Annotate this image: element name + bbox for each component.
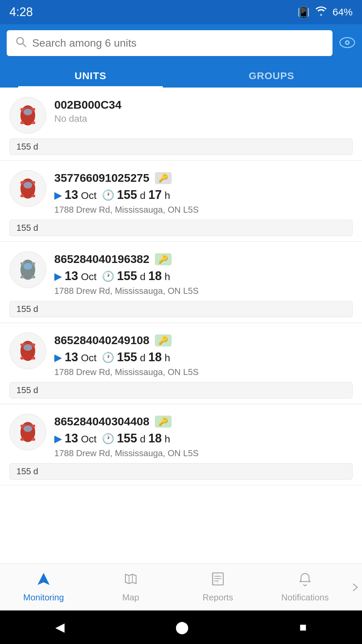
key-badge-green: 🔑 [155,334,172,346]
svg-rect-26 [32,276,35,278]
unit-list: 002B000C34 No data 155 d [0,88,362,564]
svg-point-28 [23,263,32,270]
days-badge: 155 d [9,382,353,398]
list-item[interactable]: 865284040196382 🔑 ▶ 13 Oct 🕐 155 d 18 h [0,242,362,323]
unit-id: 865284040196382 [54,253,149,266]
list-item[interactable]: 865284040249108 🔑 ▶ 13 Oct 🕐 155 d 18 h [0,323,362,404]
tab-units[interactable]: UNITS [0,62,181,88]
wifi-icon [315,6,327,18]
svg-point-4 [346,42,348,44]
unit-date: 13 Oct [65,350,97,364]
clock-icon: 🕐 [102,352,114,363]
svg-rect-42 [32,438,35,441]
unit-id: 865284040304408 [54,415,149,428]
avatar [9,414,46,450]
unit-duration: 155 d 18 h [117,269,170,283]
unit-datetime: ▶ 13 Oct 🕐 155 d 18 h [54,350,353,364]
svg-rect-9 [20,121,24,124]
play-icon: ▶ [54,270,62,282]
unit-address: 1788 Drew Rd, Mississauga, ON L5S [54,448,353,459]
search-icon [15,36,27,51]
unit-address: 1788 Drew Rd, Mississauga, ON L5S [54,286,353,296]
reports-icon [210,572,225,590]
svg-point-12 [23,109,32,115]
unit-datetime: ▶ 13 Oct 🕐 155 d 18 h [54,431,353,445]
svg-rect-10 [32,121,35,124]
svg-line-1 [23,44,26,47]
svg-rect-25 [20,276,24,278]
days-badge: 155 d [9,463,353,480]
unit-info: 357766091025275 🔑 ▶ 13 Oct 🕐 155 d 17 h [54,170,353,215]
unit-address: 1788 Drew Rd, Mississauga, ON L5S [54,367,353,377]
unit-id: 357766091025275 [54,171,149,184]
recents-button[interactable]: ■ [299,620,307,634]
home-button[interactable]: ⬤ [175,620,189,634]
unit-datetime: ▶ 13 Oct 🕐 155 d 18 h [54,269,353,283]
unit-info: 002B000C34 No data [54,97,353,124]
avatar [9,97,46,134]
unit-info: 865284040196382 🔑 ▶ 13 Oct 🕐 155 d 18 h [54,251,353,296]
svg-point-20 [23,182,32,189]
nav-chevron[interactable] [349,564,362,610]
unit-date: 13 Oct [65,431,97,445]
unit-info: 865284040249108 🔑 ▶ 13 Oct 🕐 155 d 18 h [54,332,353,377]
svg-rect-18 [32,195,35,197]
unit-info: 865284040304408 🔑 ▶ 13 Oct 🕐 155 d 18 h [54,414,353,459]
status-bar: 4:28 📳 64% [0,0,362,24]
bell-icon [298,572,312,590]
bottom-nav: Monitoring Map Reports [0,564,362,610]
eye-icon[interactable] [339,35,355,52]
avatar [9,332,46,369]
back-button[interactable]: ◀ [55,620,65,634]
unit-duration: 155 d 18 h [117,431,170,445]
svg-rect-41 [20,438,24,441]
tab-groups[interactable]: GROUPS [181,62,362,88]
key-badge-green: 🔑 [155,253,172,265]
unit-datetime: ▶ 13 Oct 🕐 155 d 17 h [54,188,353,202]
play-icon: ▶ [54,433,62,444]
avatar [9,251,46,288]
key-badge-gray: 🔑 [155,172,172,184]
unit-date: 13 Oct [65,188,97,202]
nav-reports[interactable]: Reports [174,564,261,610]
nav-reports-label: Reports [202,592,233,603]
unit-id: 002B000C34 [54,98,121,111]
clock-icon: 🕐 [102,433,114,444]
nav-monitoring[interactable]: Monitoring [0,564,87,610]
svg-point-36 [23,344,32,351]
svg-rect-17 [20,195,24,197]
unit-date: 13 Oct [65,269,97,283]
nav-notifications-label: Notifications [281,592,329,603]
svg-rect-52 [213,573,215,585]
svg-rect-34 [32,357,35,360]
android-nav: ◀ ⬤ ■ [0,610,362,644]
play-icon: ▶ [54,352,62,363]
unit-duration: 155 d 18 h [117,350,170,364]
nav-map[interactable]: Map [87,564,174,610]
vibrate-icon: 📳 [297,6,310,18]
key-badge-green: 🔑 [155,416,172,428]
search-container[interactable] [7,30,333,56]
days-badge: 155 d [9,220,353,236]
days-badge: 155 d [9,301,353,317]
list-item[interactable]: 002B000C34 No data 155 d [0,88,362,161]
nav-map-label: Map [122,592,139,603]
search-bar [0,24,362,62]
map-icon [123,572,138,590]
unit-address: 1788 Drew Rd, Mississauga, ON L5S [54,205,353,215]
list-item[interactable]: 357766091025275 🔑 ▶ 13 Oct 🕐 155 d 17 h [0,161,362,242]
nav-notifications[interactable]: Notifications [261,564,349,610]
play-icon: ▶ [54,189,62,201]
unit-id: 865284040249108 [54,334,149,347]
avatar [9,170,46,207]
svg-marker-45 [38,573,50,585]
list-item[interactable]: 865284040304408 🔑 ▶ 13 Oct 🕐 155 d 18 h [0,404,362,485]
battery-status: 64% [333,6,353,18]
unit-nodata: No data [54,113,353,124]
tabs: UNITS GROUPS [0,62,362,88]
nav-monitoring-label: Monitoring [23,592,64,603]
search-input[interactable] [32,37,324,49]
status-time: 4:28 [9,5,33,19]
svg-rect-33 [20,357,24,360]
svg-rect-54 [217,573,219,585]
